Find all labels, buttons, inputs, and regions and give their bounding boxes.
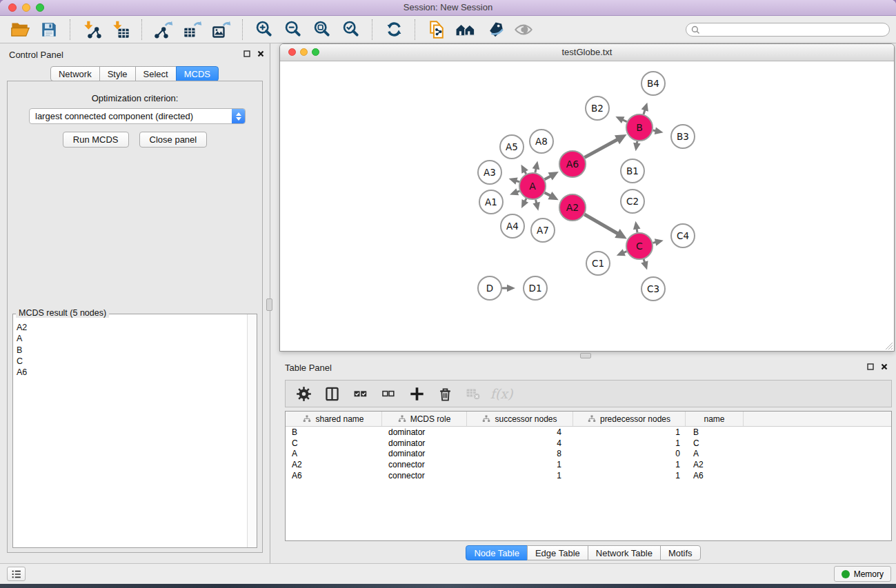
column-header-predecessor-nodes[interactable]: predecessor nodes [573,412,686,426]
clone-network-icon[interactable] [426,19,447,40]
table-cell[interactable]: 1 [573,427,686,437]
edge-B-B2[interactable] [615,116,626,123]
table-cell[interactable]: 4 [467,427,573,437]
edge-A-A8[interactable] [532,161,539,172]
float-panel-icon[interactable] [867,363,874,370]
column-header-mcds-role[interactable]: MCDS role [382,412,467,426]
tab-mcds[interactable]: MCDS [176,66,219,81]
node-C1[interactable]: C1 [586,252,610,275]
network-graph[interactable]: AA1A3A5A8A4A7A6A2BB1B2B3B4CC1C2C3C4DD1 [280,61,894,352]
edge-A-A2[interactable] [545,192,559,200]
edge-D-D1[interactable] [502,285,515,292]
import-network-icon[interactable] [81,19,102,40]
node-D[interactable]: D [478,276,501,300]
table-cell[interactable]: C [286,438,382,448]
node-A2[interactable]: A2 [559,194,586,221]
save-icon[interactable] [39,19,59,40]
node-A7[interactable]: A7 [531,219,555,242]
network-close-button[interactable] [288,48,296,56]
node-A1[interactable]: A1 [479,190,503,214]
mcds-result-list[interactable]: A2ABCA6 [14,316,247,547]
table-cell[interactable]: dominator [382,438,467,448]
node-A8[interactable]: A8 [530,130,553,153]
table-row[interactable]: Adominator80A [286,448,891,459]
node-B3[interactable]: B3 [671,125,695,148]
deselect-all-icon[interactable] [380,385,397,402]
edge-A-A6[interactable] [545,172,559,180]
table-cell[interactable]: A [686,449,744,458]
result-item[interactable]: A2 [17,322,247,333]
task-history-button[interactable] [7,567,26,581]
table-cell[interactable]: A6 [686,471,744,480]
zoom-fit-icon[interactable] [312,19,332,40]
search-field[interactable] [686,23,890,37]
result-scrollbar[interactable] [247,314,257,547]
result-item[interactable]: B [17,345,247,356]
table-cell[interactable]: A2 [286,460,382,469]
zoom-in-icon[interactable] [254,19,275,40]
edge-C-C2[interactable] [633,221,641,233]
table-cell[interactable]: 1 [573,460,686,469]
import-table-icon[interactable] [110,19,131,40]
zoom-selected-icon[interactable] [341,19,361,40]
table-cell[interactable]: B [286,427,382,437]
new-column-icon[interactable] [408,385,425,402]
close-panel-icon[interactable] [881,363,888,370]
search-input[interactable] [703,23,889,36]
node-D1[interactable]: D1 [524,276,547,300]
tab-motifs[interactable]: Motifs [660,545,701,560]
node-A6[interactable]: A6 [559,151,586,177]
edge-A2-C[interactable] [584,214,626,239]
node-A[interactable]: A [519,173,546,199]
table-row[interactable]: A2connector11A2 [286,459,891,470]
node-C2[interactable]: C2 [621,190,644,213]
column-header-successor-nodes[interactable]: successor nodes [467,412,573,426]
node-A5[interactable]: A5 [500,135,524,159]
tab-select[interactable]: Select [135,66,177,81]
tab-edge-table[interactable]: Edge Table [527,545,588,560]
edge-A6-B[interactable] [585,134,627,157]
table-cell[interactable]: connector [382,460,467,469]
float-panel-icon[interactable] [243,50,250,57]
zoom-out-icon[interactable] [283,19,303,40]
refresh-icon[interactable] [384,19,404,40]
export-network-icon[interactable] [153,19,174,40]
export-table-icon[interactable] [182,19,203,40]
table-cell[interactable]: 1 [573,471,686,480]
annotation-icon[interactable] [484,19,505,40]
node-B2[interactable]: B2 [586,97,609,120]
result-item[interactable]: A [17,333,247,344]
open-icon[interactable] [10,19,30,40]
table-mode-icon[interactable] [295,385,312,402]
edge-A-A5[interactable] [521,165,528,174]
zoom-window-button[interactable] [36,3,44,12]
criterion-select[interactable]: largest connected component (directed) [29,108,246,124]
export-image-icon[interactable] [211,19,232,40]
table-cell[interactable]: 1 [467,460,573,469]
table-row[interactable]: Cdominator41C [286,438,891,449]
edge-B-B3[interactable] [653,127,664,134]
node-C[interactable]: C [626,233,653,259]
result-item[interactable]: A6 [17,367,247,378]
node-C4[interactable]: C4 [671,224,695,247]
table-cell[interactable]: 4 [467,438,573,448]
column-header-shared-name[interactable]: shared name [286,412,382,426]
result-item[interactable]: C [17,356,247,367]
edge-B-B4[interactable] [641,103,648,114]
network-minimize-button[interactable] [300,48,308,56]
tab-network[interactable]: Network [50,66,100,81]
select-all-icon[interactable] [352,385,368,402]
table-cell[interactable]: dominator [382,427,467,437]
table-cell[interactable]: 1 [573,438,686,448]
memory-button[interactable]: Memory [834,566,891,582]
close-panel-icon[interactable] [257,50,264,57]
node-B[interactable]: B [626,114,653,141]
node-C3[interactable]: C3 [641,277,665,301]
tab-node-table[interactable]: Node Table [466,545,528,560]
table-cell[interactable]: 0 [573,449,686,458]
close-window-button[interactable] [8,3,17,12]
tab-network-table[interactable]: Network Table [588,545,661,560]
minimize-window-button[interactable] [22,3,30,12]
show-columns-icon[interactable] [323,385,340,402]
resize-grip-icon[interactable] [884,341,893,350]
